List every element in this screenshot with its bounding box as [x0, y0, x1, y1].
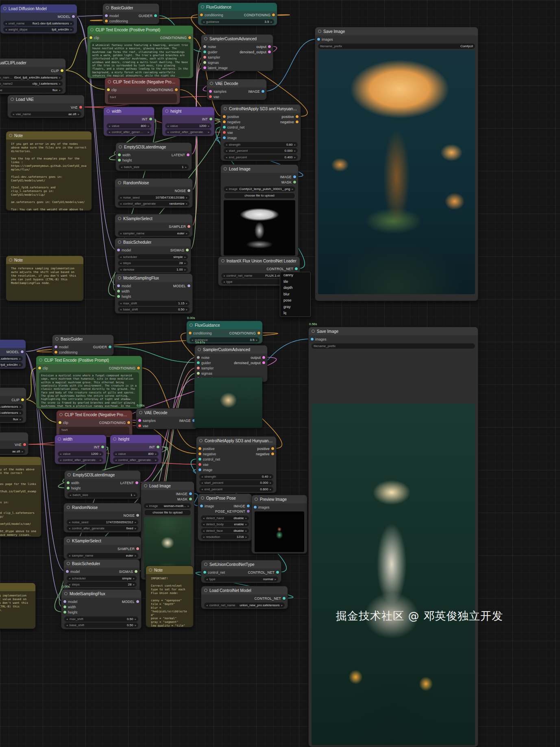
node-note-controlnet-types-header[interactable]: Note	[146, 566, 193, 574]
output-slot-MODEL[interactable]	[72, 15, 75, 18]
node-instantx-union-loader-header[interactable]: InstantX Flux Union ControlNet Loader	[218, 257, 300, 265]
node-note-reference-sampling-2-header[interactable]: Note	[0, 583, 35, 591]
scheduler-widget[interactable]: ◂schedulersimple▸	[67, 576, 137, 581]
dropdown-item-blur[interactable]: blur	[280, 291, 310, 298]
decrement-arrow[interactable]: ◂	[115, 451, 117, 456]
output-slot-GUIDER[interactable]	[154, 14, 157, 17]
resolution-widget[interactable]: ◂resolution1216▸	[201, 534, 249, 540]
detect_face-widget[interactable]: ◂detect_facedisable▸	[201, 528, 249, 533]
upload-button[interactable]: choose file to upload	[144, 509, 191, 516]
input-slot-height[interactable]	[67, 487, 70, 489]
increment-arrow[interactable]: ▸	[59, 87, 61, 93]
input-slot-sampler[interactable]	[197, 367, 200, 369]
node-controlnet-apply-2-header[interactable]: ControlNetApply SD3 and HunyuanDiT	[196, 437, 276, 445]
input-slot-conditioning[interactable]	[54, 351, 57, 354]
node-empty-sd3-latent-2-header[interactable]: EmptySD3LatentImage	[65, 471, 140, 479]
node-basic-scheduler-1[interactable]: BasicSchedulermodelSIGMAS◂schedulersimpl…	[115, 238, 191, 273]
collapse-icon[interactable]	[108, 80, 111, 83]
collapse-icon[interactable]	[68, 473, 71, 476]
node-note-reference-sampling-2[interactable]: NoteThe reference sampling implementatio…	[0, 583, 36, 629]
sampler_name-widget[interactable]: ◂sampler_nameeuler▸	[118, 231, 190, 236]
node-load-diffusion-model-2[interactable]: Load Diffusion ModelMODEL◂unet_nameflux1…	[0, 339, 26, 369]
collapse-icon[interactable]	[149, 568, 152, 572]
decrement-arrow[interactable]: ◂	[120, 231, 122, 236]
decrement-arrow[interactable]: ◂	[69, 576, 70, 581]
node-basic-guider-2-header[interactable]: BasicGuider	[52, 335, 113, 343]
increment-arrow[interactable]: ▸	[184, 260, 186, 266]
increment-arrow[interactable]: ▸	[186, 301, 187, 306]
decrement-arrow[interactable]: ◂	[69, 526, 70, 531]
node-load-image-2[interactable]: Load ImageIMAGEMASK◂imagewoman-medit...▸…	[141, 481, 194, 580]
node-note-reference-sampling[interactable]: NoteThe reference sampling implementatio…	[6, 256, 84, 301]
dropdown-item-tile[interactable]: tile	[280, 279, 310, 285]
output-slot-CONTROL_NET[interactable]	[276, 571, 279, 574]
clip_name2-widget[interactable]: ◂clip_name2clip_l.safetensors▸	[0, 410, 23, 415]
control_net_name-widget[interactable]: ◂control_net_nameunion_new_pro.safetenso…	[204, 603, 285, 608]
end_percent-widget[interactable]: ◂end_percent0.600▸	[199, 487, 273, 492]
end_percent-widget[interactable]: ◂end_percent0.400▸	[224, 155, 298, 160]
strength-widget[interactable]: ◂strength0.40▸	[199, 474, 273, 479]
node-vae-decode-header[interactable]: VAE Decode	[207, 79, 266, 87]
input-slot-model[interactable]	[66, 570, 69, 573]
node-note-controlnet-types[interactable]: NoteIMPORTANT! Correct controlnet type t…	[146, 566, 194, 627]
output-slot-denoised_output[interactable]	[268, 50, 271, 53]
text-widget[interactable]: If you get an error in any of the nodes …	[0, 466, 38, 537]
decrement-arrow[interactable]: ◂	[226, 186, 227, 192]
collapse-icon[interactable]	[55, 337, 59, 341]
value-widget[interactable]: ◂value1200▸	[165, 123, 211, 129]
collapse-icon[interactable]	[201, 496, 204, 500]
decrement-arrow[interactable]: ◂	[115, 457, 117, 463]
node-ksampler-select-1[interactable]: KSamplerSelectSAMPLER◂sampler_nameeuler▸	[115, 214, 193, 237]
output-slot-VAE[interactable]	[23, 443, 26, 446]
denoise-widget[interactable]: ◂denoise1.00▸	[118, 267, 188, 272]
collapse-icon[interactable]	[67, 562, 70, 565]
dropdown-item-pose[interactable]: pose	[280, 297, 310, 304]
increment-arrow[interactable]: ▸	[155, 451, 157, 456]
node-controlnet-apply-1[interactable]: ControlNetApply SD3 and HunyuanDiTpositi…	[220, 104, 301, 161]
node-controlnet-apply-1-header[interactable]: ControlNetApply SD3 and HunyuanDiT	[221, 105, 301, 113]
increment-arrow[interactable]: ▸	[59, 75, 61, 80]
output-slot-INT[interactable]	[149, 118, 152, 120]
input-slot-conditioning[interactable]	[189, 332, 192, 334]
decrement-arrow[interactable]: ◂	[5, 21, 7, 26]
collapse-icon[interactable]	[139, 411, 142, 414]
output-slot-CONDITIONING[interactable]	[272, 13, 275, 16]
node-dual-clip-loader[interactable]: DualCLIPLoaderCLIP◂clip_name1t5xxl_fp8_e…	[0, 58, 66, 94]
input-slot-guider[interactable]	[197, 361, 200, 364]
increment-arrow[interactable]: ▸	[78, 111, 79, 117]
decrement-arrow[interactable]: ◂	[203, 515, 205, 521]
max_shift-widget[interactable]: ◂max_shift0.50▸	[64, 616, 138, 622]
node-set-union-controlnet-type[interactable]: SetUnionControlNetTypecontrol_netCONTROL…	[201, 560, 281, 583]
control_after_generate-widget[interactable]: ◂control_after_generatefixed▸	[67, 526, 138, 531]
node-set-union-controlnet-type-header[interactable]: SetUnionControlNetType	[201, 560, 281, 568]
input-slot-vae[interactable]	[209, 95, 212, 98]
output-slot-CONDITIONING[interactable]	[257, 332, 260, 334]
node-save-image-1-header[interactable]: Save Image	[315, 27, 478, 35]
collapse-icon[interactable]	[318, 30, 321, 33]
node-dual-clip-loader-header[interactable]: DualCLIPLoader	[0, 59, 65, 67]
input-slot-image[interactable]	[198, 468, 201, 471]
input-slot-model[interactable]	[117, 284, 120, 287]
node-note-directories-2[interactable]: NoteIf you get an error in any of the no…	[0, 456, 41, 537]
input-slot-image[interactable]	[223, 136, 226, 139]
collapse-icon[interactable]	[58, 437, 61, 441]
node-save-image-2[interactable]: Save Imageimagesfilename_prefix	[308, 327, 478, 747]
increment-arrow[interactable]: ▸	[245, 528, 247, 533]
output-slot-CONTROL_NET[interactable]	[283, 597, 285, 600]
collapse-icon[interactable]	[59, 413, 63, 416]
decrement-arrow[interactable]: ◂	[120, 254, 122, 260]
base_shift-widget[interactable]: ◂base_shift0.50▸	[64, 622, 138, 628]
collapse-icon[interactable]	[106, 6, 109, 9]
increment-arrow[interactable]: ▸	[70, 21, 72, 26]
value-widget[interactable]: ◂value800▸	[107, 123, 151, 129]
output-slot-MODEL[interactable]	[21, 350, 24, 353]
input-slot-width[interactable]	[63, 605, 66, 608]
node-basic-guider[interactable]: BasicGuidermodelGUIDERconditioning	[102, 3, 159, 24]
node-openpose-pose[interactable]: OpenPose PoseimageIMAGEPOSE_KEYPOINT◂det…	[198, 494, 252, 541]
node-load-vae-2[interactable]: Load VAEVAE◂vae_nameae.sft▸	[0, 432, 28, 455]
text-widget[interactable]: text	[108, 94, 177, 103]
decrement-arrow[interactable]: ◂	[203, 19, 205, 24]
input-slot-clip[interactable]	[38, 367, 41, 369]
detect_hand-widget[interactable]: ◂detect_handdisable▸	[201, 515, 249, 521]
node-note-directories[interactable]: NoteIf you get an error in any of the no…	[6, 131, 92, 211]
